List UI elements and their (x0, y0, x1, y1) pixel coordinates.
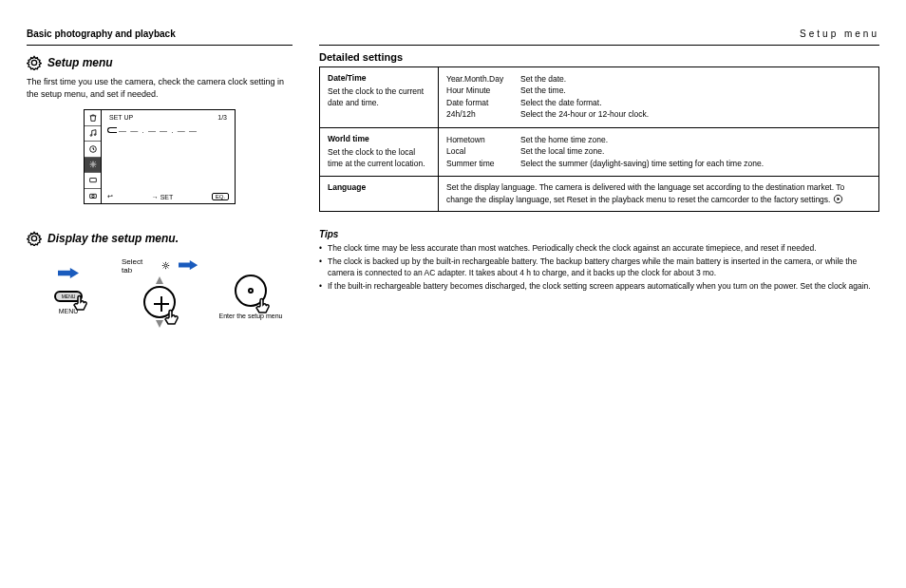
arrow-right-icon (179, 260, 198, 272)
lcd-bottom-set: → SET (152, 194, 174, 200)
bullet-icon: • (319, 243, 322, 255)
svg-marker-7 (179, 260, 198, 270)
gear-icon (27, 231, 42, 246)
header-rule-left (27, 45, 293, 46)
lcd-dashes: — — . — — . — — (119, 126, 198, 135)
arrow-right-icon (58, 268, 79, 279)
gear-icon-small (160, 260, 171, 272)
tip-text: The clock time may be less accurate than… (328, 243, 817, 255)
opt-name: Local (446, 146, 515, 157)
svg-rect-2 (89, 178, 96, 181)
section1-title: Setup menu (47, 56, 113, 69)
settings-table: Date/Time Set the clock to the current d… (319, 66, 879, 212)
dpad-center-icon (235, 275, 267, 307)
table-row: World time Set the clock to the local ti… (320, 127, 879, 176)
table-row: Date/Time Set the clock to the current d… (320, 67, 879, 128)
lcd-header-right: 1/3 (217, 114, 227, 121)
lcd-tab-setup (85, 158, 101, 174)
opt-name: 24h/12h (446, 109, 515, 120)
setting-name: Language (328, 182, 430, 193)
svg-point-4 (91, 196, 94, 199)
opt-name: Year.Month.Day (446, 74, 515, 85)
setting-desc: Set the clock to the current date and ti… (328, 86, 430, 108)
setting-desc: Set the clock to the local time at the c… (328, 147, 430, 169)
gear-icon (27, 55, 42, 70)
category-left: Basic photography and playback (27, 28, 176, 39)
hand-press-icon (69, 293, 92, 315)
tip-text: The clock is backed up by the built-in r… (328, 256, 879, 279)
svg-marker-5 (58, 268, 79, 278)
step-diagram: MENU MENU Select tab (27, 257, 293, 324)
lcd-eq-badge: EQ. (212, 193, 229, 200)
lcd-tab-music (85, 126, 101, 142)
playback-icon (833, 194, 843, 204)
opt-text: Select the date format. (520, 98, 602, 108)
opt-name: Summer time (446, 159, 515, 169)
category-right: Setup menu (800, 28, 879, 39)
lcd-panel: SET UP 1/3 — — . — — . — — ↩ → SET EQ. (84, 109, 236, 204)
opt-name: Hour Minute (446, 85, 515, 96)
tips-list: •The clock time may be less accurate tha… (319, 243, 879, 293)
lcd-header-left: SET UP (109, 114, 133, 121)
setting-name: World time (328, 134, 430, 144)
svg-point-1 (91, 163, 94, 166)
lcd-cursor (107, 127, 117, 133)
opt-name: Hometown (446, 135, 515, 145)
lcd-main: SET UP 1/3 — — . — — . — — ↩ → SET EQ. (102, 110, 235, 203)
opt-text: Select the 24-hour or 12-hour clock. (520, 109, 649, 120)
bullet-icon: • (319, 256, 322, 279)
opt-name: Date format (446, 98, 515, 108)
lcd-tab-camera (85, 189, 101, 204)
opt-text: Set the home time zone. (520, 135, 608, 145)
bullet-icon: • (319, 281, 322, 293)
opt-text: Set the date. (520, 74, 566, 85)
opt-text: Set the time. (520, 85, 566, 96)
setting-name: Date/Time (328, 73, 430, 84)
svg-point-6 (164, 264, 167, 267)
section2-title: Display the setup menu. (47, 232, 179, 245)
hand-press-icon (252, 295, 274, 318)
lcd-tab-clock (85, 142, 101, 158)
lcd-tab-display (85, 173, 101, 189)
dpad-updown-icon (143, 286, 176, 318)
opt-text: Select the summer (daylight-saving) time… (520, 159, 764, 169)
section1-intro: The first time you use the camera, check… (27, 76, 293, 100)
tips-title: Tips (319, 229, 879, 239)
svg-marker-9 (837, 197, 840, 200)
setting-desc: Set the display language. The camera is … (446, 182, 844, 203)
right-heading: Detailed settings (319, 51, 879, 63)
lcd-tab-delete (85, 110, 101, 126)
lcd-return-icon: ↩ (107, 193, 113, 200)
table-row: Language Set the display language. The c… (320, 177, 879, 212)
lcd-sidebar (85, 110, 102, 203)
header-rule-right (319, 45, 879, 46)
tip-text: If the built-in rechargeable battery bec… (328, 281, 871, 293)
hand-press-icon (160, 307, 183, 330)
opt-text: Set the local time zone. (520, 146, 604, 157)
step2-select-label: Select tab (122, 257, 153, 275)
